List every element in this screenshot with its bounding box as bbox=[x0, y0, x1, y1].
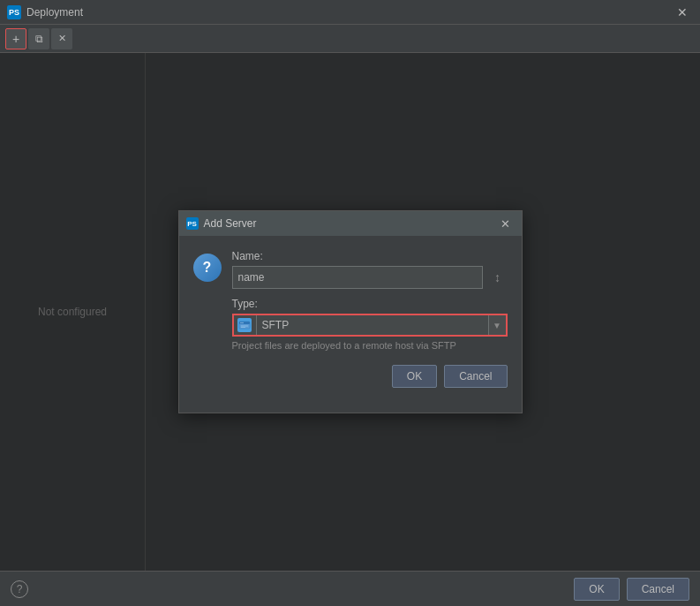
add-server-button[interactable]: + bbox=[5, 28, 26, 49]
sftp-svg bbox=[238, 319, 251, 331]
copy-server-button[interactable]: ⧉ bbox=[28, 28, 49, 49]
bottom-bar: ? OK Cancel bbox=[0, 571, 700, 606]
dialog-cancel-button[interactable]: Cancel bbox=[444, 365, 507, 388]
title-bar-left: PS Deployment bbox=[7, 5, 83, 19]
main-ok-button[interactable]: OK bbox=[574, 578, 619, 601]
sort-button[interactable]: ↕ bbox=[488, 266, 508, 289]
bottom-bar-left: ? bbox=[11, 580, 28, 598]
type-dropdown-arrow[interactable]: ▼ bbox=[488, 315, 506, 335]
sftp-icon-graphic bbox=[237, 318, 252, 332]
dialog-ok-button[interactable]: OK bbox=[392, 365, 437, 388]
dialog-body: ? Name: ↕ bbox=[179, 236, 522, 413]
delete-icon: ✕ bbox=[58, 33, 66, 44]
svg-point-2 bbox=[240, 322, 242, 324]
svg-point-3 bbox=[242, 322, 244, 324]
app-logo: PS bbox=[7, 5, 21, 19]
type-label: Type: bbox=[232, 298, 508, 310]
sort-icon: ↕ bbox=[494, 270, 501, 284]
title-bar: PS Deployment ✕ bbox=[0, 0, 700, 25]
type-hint-text: Project files are deployed to a remote h… bbox=[232, 340, 508, 351]
dialog-main-row: ? Name: ↕ bbox=[193, 250, 508, 388]
dialog-titlebar: PS Add Server ✕ bbox=[179, 211, 522, 236]
dialog-titlebar-left: PS Add Server bbox=[186, 217, 257, 230]
type-select-container[interactable]: SFTP ▼ bbox=[232, 314, 508, 337]
dialog-close-button[interactable]: ✕ bbox=[496, 216, 515, 232]
name-label: Name: bbox=[232, 250, 508, 262]
toolbar: + ⧉ ✕ bbox=[0, 25, 700, 53]
dialog-logo: PS bbox=[186, 217, 199, 230]
chevron-down-icon: ▼ bbox=[493, 321, 501, 330]
dialog-fields: Name: ↕ Type: bbox=[232, 250, 508, 388]
dialog-overlay: PS Add Server ✕ ? Name: bbox=[0, 53, 700, 571]
dialog-buttons: OK Cancel bbox=[232, 365, 508, 388]
type-field-group: Type: bbox=[232, 298, 508, 351]
add-server-dialog: PS Add Server ✕ ? Name: bbox=[178, 210, 523, 413]
add-icon: + bbox=[12, 32, 19, 46]
name-input[interactable] bbox=[232, 266, 483, 289]
help-button[interactable]: ? bbox=[11, 580, 28, 598]
window-title: Deployment bbox=[26, 6, 83, 19]
main-cancel-button[interactable]: Cancel bbox=[627, 578, 689, 601]
dialog-title: Add Server bbox=[204, 217, 257, 230]
sftp-type-icon bbox=[234, 315, 257, 335]
name-field-row: ↕ bbox=[232, 266, 508, 289]
copy-icon: ⧉ bbox=[35, 33, 43, 45]
name-field-group: Name: ↕ bbox=[232, 250, 508, 289]
type-select-label[interactable]: SFTP bbox=[257, 315, 488, 335]
question-icon: ? bbox=[193, 254, 222, 282]
bottom-bar-right: OK Cancel bbox=[574, 578, 689, 601]
delete-server-button[interactable]: ✕ bbox=[51, 28, 72, 49]
window-close-button[interactable]: ✕ bbox=[672, 4, 693, 21]
